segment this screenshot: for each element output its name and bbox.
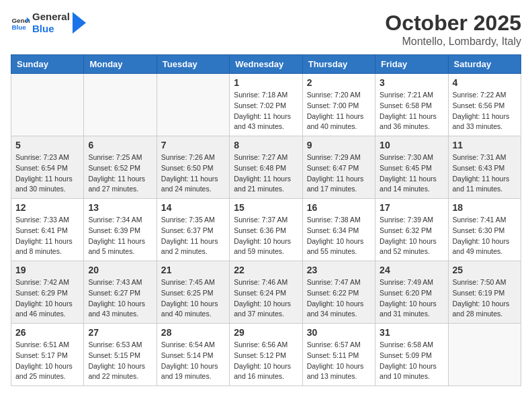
calendar-cell: 24Sunrise: 7:49 AMSunset: 6:20 PMDayligh… — [375, 261, 448, 324]
day-number: 22 — [234, 265, 298, 275]
day-info: Sunrise: 7:25 AMSunset: 6:52 PMDaylight:… — [88, 152, 152, 195]
calendar-cell: 16Sunrise: 7:38 AMSunset: 6:34 PMDayligh… — [302, 199, 375, 261]
day-info: Sunrise: 7:43 AMSunset: 6:27 PMDaylight:… — [88, 277, 152, 320]
calendar-cell — [157, 74, 229, 136]
day-number: 23 — [307, 265, 371, 275]
day-number: 14 — [161, 202, 225, 213]
day-info: Sunrise: 6:58 AMSunset: 5:09 PMDaylight:… — [380, 340, 443, 382]
weekday-header-thursday: Thursday — [302, 55, 375, 74]
day-number: 19 — [15, 265, 79, 275]
logo-general: General — [32, 11, 70, 23]
day-number: 20 — [88, 265, 152, 275]
day-number: 15 — [234, 202, 298, 213]
weekday-header-wednesday: Wednesday — [230, 55, 302, 74]
day-info: Sunrise: 6:53 AMSunset: 5:15 PMDaylight:… — [88, 340, 152, 382]
page-header: General Blue General Blue October 2025 M… — [11, 11, 521, 48]
day-info: Sunrise: 7:39 AMSunset: 6:32 PMDaylight:… — [380, 215, 443, 257]
day-info: Sunrise: 7:41 AMSunset: 6:30 PMDaylight:… — [453, 215, 517, 257]
day-number: 2 — [307, 77, 371, 88]
day-info: Sunrise: 7:34 AMSunset: 6:39 PMDaylight:… — [88, 215, 152, 257]
calendar-cell: 15Sunrise: 7:37 AMSunset: 6:36 PMDayligh… — [230, 199, 302, 261]
day-number: 25 — [453, 265, 517, 275]
calendar-cell: 13Sunrise: 7:34 AMSunset: 6:39 PMDayligh… — [84, 199, 157, 261]
calendar-cell: 19Sunrise: 7:42 AMSunset: 6:29 PMDayligh… — [11, 261, 84, 324]
day-info: Sunrise: 7:47 AMSunset: 6:22 PMDaylight:… — [307, 277, 371, 320]
day-info: Sunrise: 7:45 AMSunset: 6:25 PMDaylight:… — [161, 277, 225, 320]
day-info: Sunrise: 7:22 AMSunset: 6:56 PMDaylight:… — [453, 90, 517, 132]
calendar-table: SundayMondayTuesdayWednesdayThursdayFrid… — [11, 54, 521, 386]
calendar-week-row: 12Sunrise: 7:33 AMSunset: 6:41 PMDayligh… — [11, 199, 521, 261]
calendar-cell: 2Sunrise: 7:20 AMSunset: 7:00 PMDaylight… — [302, 74, 375, 136]
day-number: 1 — [234, 77, 298, 88]
calendar-cell: 31Sunrise: 6:58 AMSunset: 5:09 PMDayligh… — [375, 324, 448, 386]
day-number: 3 — [380, 77, 443, 88]
logo-arrow-icon — [73, 12, 86, 34]
calendar-header-row: SundayMondayTuesdayWednesdayThursdayFrid… — [11, 55, 521, 74]
calendar-cell: 17Sunrise: 7:39 AMSunset: 6:32 PMDayligh… — [375, 199, 448, 261]
day-info: Sunrise: 6:57 AMSunset: 5:11 PMDaylight:… — [307, 340, 371, 382]
calendar-cell: 6Sunrise: 7:25 AMSunset: 6:52 PMDaylight… — [84, 136, 157, 199]
day-info: Sunrise: 7:20 AMSunset: 7:00 PMDaylight:… — [307, 90, 371, 132]
weekday-header-saturday: Saturday — [448, 55, 521, 74]
day-number: 24 — [380, 265, 443, 275]
day-info: Sunrise: 7:27 AMSunset: 6:48 PMDaylight:… — [234, 152, 298, 195]
title-area: October 2025 Montello, Lombardy, Italy — [385, 11, 521, 48]
day-info: Sunrise: 7:35 AMSunset: 6:37 PMDaylight:… — [161, 215, 225, 257]
calendar-week-row: 1Sunrise: 7:18 AMSunset: 7:02 PMDaylight… — [11, 74, 521, 136]
calendar-cell: 12Sunrise: 7:33 AMSunset: 6:41 PMDayligh… — [11, 199, 84, 261]
day-number: 10 — [380, 140, 443, 150]
day-info: Sunrise: 7:38 AMSunset: 6:34 PMDaylight:… — [307, 215, 371, 257]
calendar-cell — [11, 74, 84, 136]
calendar-cell: 8Sunrise: 7:27 AMSunset: 6:48 PMDaylight… — [230, 136, 302, 199]
day-info: Sunrise: 7:50 AMSunset: 6:19 PMDaylight:… — [453, 277, 517, 320]
calendar-cell — [84, 74, 157, 136]
calendar-cell: 5Sunrise: 7:23 AMSunset: 6:54 PMDaylight… — [11, 136, 84, 199]
day-number: 29 — [234, 327, 298, 338]
calendar-cell: 11Sunrise: 7:31 AMSunset: 6:43 PMDayligh… — [448, 136, 521, 199]
calendar-cell: 29Sunrise: 6:56 AMSunset: 5:12 PMDayligh… — [230, 324, 302, 386]
calendar-cell: 22Sunrise: 7:46 AMSunset: 6:24 PMDayligh… — [230, 261, 302, 324]
calendar-cell: 4Sunrise: 7:22 AMSunset: 6:56 PMDaylight… — [448, 74, 521, 136]
day-info: Sunrise: 7:37 AMSunset: 6:36 PMDaylight:… — [234, 215, 298, 257]
calendar-cell: 20Sunrise: 7:43 AMSunset: 6:27 PMDayligh… — [84, 261, 157, 324]
day-number: 21 — [161, 265, 225, 275]
day-info: Sunrise: 7:29 AMSunset: 6:47 PMDaylight:… — [307, 152, 371, 195]
day-info: Sunrise: 7:33 AMSunset: 6:41 PMDaylight:… — [15, 215, 79, 257]
weekday-header-tuesday: Tuesday — [157, 55, 229, 74]
location-subtitle: Montello, Lombardy, Italy — [385, 36, 521, 48]
day-number: 28 — [161, 327, 225, 338]
calendar-cell: 27Sunrise: 6:53 AMSunset: 5:15 PMDayligh… — [84, 324, 157, 386]
calendar-cell: 30Sunrise: 6:57 AMSunset: 5:11 PMDayligh… — [302, 324, 375, 386]
logo-icon: General Blue — [11, 13, 30, 32]
day-number: 16 — [307, 202, 371, 213]
calendar-cell: 25Sunrise: 7:50 AMSunset: 6:19 PMDayligh… — [448, 261, 521, 324]
calendar-cell: 7Sunrise: 7:26 AMSunset: 6:50 PMDaylight… — [157, 136, 229, 199]
calendar-cell: 28Sunrise: 6:54 AMSunset: 5:14 PMDayligh… — [157, 324, 229, 386]
day-info: Sunrise: 7:18 AMSunset: 7:02 PMDaylight:… — [234, 90, 298, 132]
svg-text:Blue: Blue — [11, 24, 26, 31]
day-number: 31 — [380, 327, 443, 338]
day-info: Sunrise: 6:54 AMSunset: 5:14 PMDaylight:… — [161, 340, 225, 382]
logo: General Blue General Blue — [11, 11, 86, 35]
day-info: Sunrise: 7:42 AMSunset: 6:29 PMDaylight:… — [15, 277, 79, 320]
day-number: 11 — [453, 140, 517, 150]
day-info: Sunrise: 7:49 AMSunset: 6:20 PMDaylight:… — [380, 277, 443, 320]
day-info: Sunrise: 7:23 AMSunset: 6:54 PMDaylight:… — [15, 152, 79, 195]
weekday-header-monday: Monday — [84, 55, 157, 74]
day-number: 18 — [453, 202, 517, 213]
calendar-cell: 26Sunrise: 6:51 AMSunset: 5:17 PMDayligh… — [11, 324, 84, 386]
calendar-cell: 9Sunrise: 7:29 AMSunset: 6:47 PMDaylight… — [302, 136, 375, 199]
day-number: 27 — [88, 327, 152, 338]
day-number: 6 — [88, 140, 152, 150]
svg-marker-3 — [73, 12, 86, 34]
calendar-week-row: 5Sunrise: 7:23 AMSunset: 6:54 PMDaylight… — [11, 136, 521, 199]
calendar-cell: 3Sunrise: 7:21 AMSunset: 6:58 PMDaylight… — [375, 74, 448, 136]
day-number: 17 — [380, 202, 443, 213]
day-info: Sunrise: 6:51 AMSunset: 5:17 PMDaylight:… — [15, 340, 79, 382]
day-number: 4 — [453, 77, 517, 88]
weekday-header-sunday: Sunday — [11, 55, 84, 74]
calendar-cell — [448, 324, 521, 386]
day-info: Sunrise: 7:46 AMSunset: 6:24 PMDaylight:… — [234, 277, 298, 320]
calendar-cell: 23Sunrise: 7:47 AMSunset: 6:22 PMDayligh… — [302, 261, 375, 324]
day-number: 13 — [88, 202, 152, 213]
